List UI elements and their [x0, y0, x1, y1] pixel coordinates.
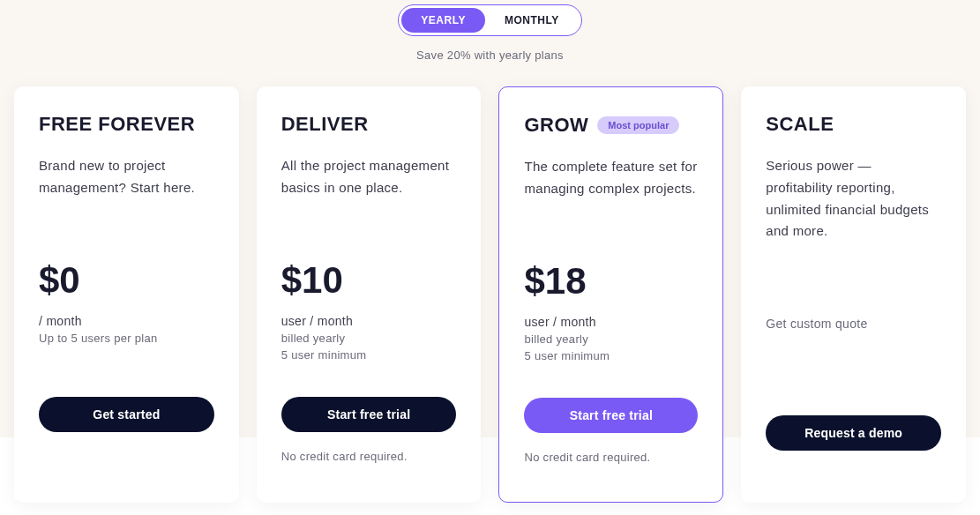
plan-price-detail: 5 user minimum: [281, 348, 457, 362]
plan-price-detail: billed yearly: [524, 332, 698, 346]
custom-quote-text: Get custom quote: [766, 317, 941, 331]
plan-price: $0: [39, 259, 214, 302]
plan-price-subtitle: / month: [39, 314, 214, 328]
plan-price-detail: Up to 5 users per plan: [39, 332, 214, 345]
plan-description: Brand new to project management? Start h…: [39, 155, 214, 224]
plan-title: Scale: [766, 113, 834, 136]
plan-price: $18: [524, 260, 698, 302]
plan-card-grow: Grow Most popular The complete feature s…: [498, 86, 723, 503]
pricing-cards: Free Forever Brand new to project manage…: [0, 62, 980, 503]
plan-price-detail: 5 user minimum: [524, 349, 698, 362]
toggle-monthly[interactable]: MONTHLY: [485, 8, 579, 33]
plan-title: Deliver: [281, 113, 369, 136]
get-started-button[interactable]: Get started: [39, 397, 214, 432]
plan-price-subtitle: user / month: [524, 315, 698, 329]
start-free-trial-button[interactable]: Start free trial: [524, 398, 698, 433]
request-demo-button[interactable]: Request a demo: [766, 415, 941, 451]
plan-price-detail: billed yearly: [281, 332, 457, 345]
most-popular-badge: Most popular: [597, 116, 679, 134]
savings-hint: Save 20% with yearly plans: [0, 49, 980, 62]
plan-price-subtitle: user / month: [281, 314, 457, 328]
plan-description: Serious power — profitability reporting,…: [766, 155, 941, 243]
plan-card-free-forever: Free Forever Brand new to project manage…: [14, 86, 239, 503]
toggle-yearly[interactable]: YEARLY: [401, 8, 485, 33]
plan-description: All the project management basics in one…: [281, 155, 457, 224]
plan-description: The complete feature set for managing co…: [524, 156, 698, 225]
cta-subtext: No credit card required.: [524, 451, 698, 464]
cta-subtext: No credit card required.: [281, 450, 457, 463]
billing-toggle-wrap: YEARLY MONTHLY: [0, 0, 980, 36]
plan-title: Grow: [524, 114, 588, 137]
plan-price: $10: [281, 259, 457, 302]
plan-card-scale: Scale Serious power — profitability repo…: [741, 86, 966, 503]
plan-title: Free Forever: [39, 113, 195, 136]
start-free-trial-button[interactable]: Start free trial: [281, 397, 457, 432]
billing-toggle: YEARLY MONTHLY: [398, 4, 581, 36]
plan-card-deliver: Deliver All the project management basic…: [257, 86, 482, 503]
